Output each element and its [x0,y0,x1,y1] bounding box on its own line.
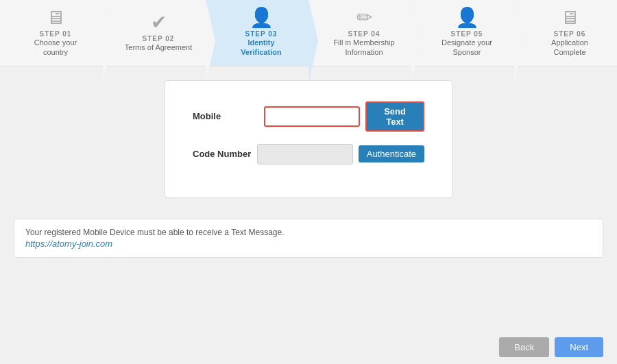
step-05-icon: 👤 [455,8,479,27]
step-02[interactable]: ✔ STEP 02 Terms of Agreement [103,0,206,66]
step-02-icon: ✔ [151,13,167,32]
notice-text: Your registered Mobile Device must be ab… [25,228,592,237]
step-03[interactable]: 👤 STEP 03 Identity Verification [206,0,308,66]
step-05-num: STEP 05 [451,30,483,38]
step-01-label: Choose your country [21,38,90,58]
step-02-label: Terms of Agreement [125,43,192,52]
back-button[interactable]: Back [499,337,549,357]
step-06-num: STEP 06 [554,30,586,38]
code-row: Code Number Authenticate [193,144,424,165]
step-06[interactable]: 🖥 STEP 06 Application Complete [514,0,617,66]
step-03-icon: 👤 [250,8,274,27]
step-03-label: Identity Verification [227,38,295,58]
main-content: Mobile Send Text Code Number Authenticat… [0,66,617,205]
footer-bar: Back Next [485,330,617,364]
step-04-icon: ✏ [356,8,372,27]
step-03-num: STEP 03 [245,30,278,38]
step-06-label: Application Complete [535,38,604,58]
step-02-num: STEP 02 [143,35,175,43]
notice-watermark: https://atomy-join.com [25,239,592,249]
send-text-button[interactable]: Send Text [365,101,424,132]
mobile-label: Mobile [193,111,264,121]
notice-bar: Your registered Mobile Device must be ab… [14,219,603,258]
authenticate-button[interactable]: Authenticate [359,145,424,162]
step-04-num: STEP 04 [348,30,380,38]
mobile-input[interactable] [264,106,360,127]
code-input[interactable] [257,144,353,165]
step-01-icon: 🖥 [46,8,65,27]
mobile-row: Mobile Send Text [193,101,424,132]
step-01[interactable]: 🖥 STEP 01 Choose your country [0,0,103,66]
form-card: Mobile Send Text Code Number Authenticat… [165,80,452,198]
next-button[interactable]: Next [555,337,603,357]
step-05[interactable]: 👤 STEP 05 Designate your Sponsor [411,0,514,66]
steps-header: 🖥 STEP 01 Choose your country ✔ STEP 02 … [0,0,617,66]
step-06-icon: 🖥 [560,8,579,27]
step-01-num: STEP 01 [40,30,72,38]
step-04-label: Fill in Membership Information [330,38,398,58]
code-label: Code Number [193,149,257,159]
step-04[interactable]: ✏ STEP 04 Fill in Membership Information [308,0,411,66]
step-05-label: Designate your Sponsor [433,38,501,58]
